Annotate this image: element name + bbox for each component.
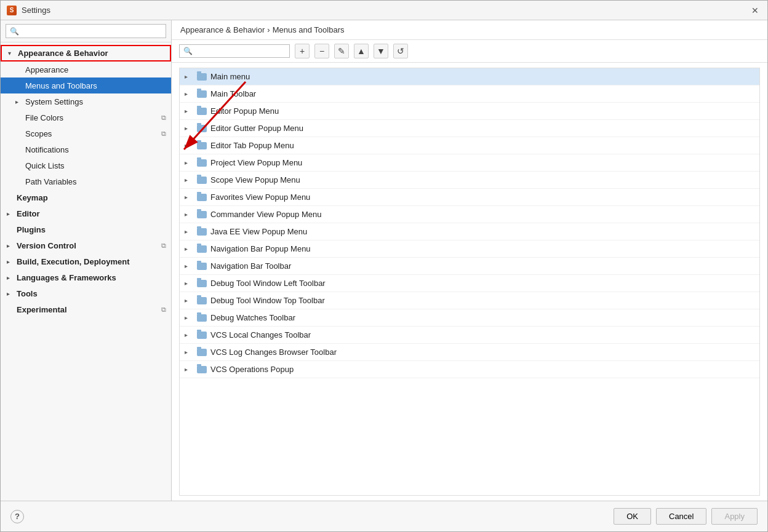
- sidebar-label-editor: Editor: [17, 209, 166, 218]
- sidebar-item-file-colors[interactable]: File Colors ⧉: [1, 109, 171, 125]
- add-button[interactable]: +: [295, 44, 310, 58]
- menu-row-debug-left[interactable]: Debug Tool Window Left Toolbar: [180, 275, 759, 292]
- menu-expand-arrow: [185, 73, 193, 80]
- menu-expand-arrow: [185, 263, 193, 269]
- menu-row-editor-gutter[interactable]: Editor Gutter Popup Menu: [180, 120, 759, 137]
- menu-row-label: Debug Tool Window Top Toolbar: [210, 296, 325, 305]
- menu-row-favorites-view[interactable]: Favorites View Popup Menu: [180, 189, 759, 206]
- sidebar-item-menus-toolbars[interactable]: Menus and Toolbars: [1, 77, 171, 93]
- apply-button[interactable]: Apply: [711, 508, 758, 525]
- menu-row-project-view[interactable]: Project View Popup Menu: [180, 154, 759, 172]
- menu-row-label: Java EE View Popup Menu: [210, 227, 307, 236]
- sidebar-item-tools[interactable]: Tools: [1, 285, 171, 301]
- copy-icon: ⧉: [161, 130, 166, 138]
- sidebar-item-version-control[interactable]: Version Control ⧉: [1, 237, 171, 253]
- menu-row-debug-top[interactable]: Debug Tool Window Top Toolbar: [180, 292, 759, 309]
- menu-row-scope-view[interactable]: Scope View Popup Menu: [180, 172, 759, 189]
- menu-row-debug-watches[interactable]: Debug Watches Toolbar: [180, 309, 759, 327]
- sidebar-label-quick-lists: Quick Lists: [25, 161, 166, 170]
- move-down-button[interactable]: ▼: [374, 44, 388, 58]
- menu-row-main-toolbar[interactable]: Main Toolbar: [180, 85, 759, 103]
- help-button[interactable]: ?: [10, 510, 24, 523]
- sidebar: 🔍 Appearance & Behavior Appearance: [1, 20, 172, 501]
- menu-expand-arrow: [185, 211, 193, 218]
- menu-row-label: VCS Local Changes Toolbar: [210, 330, 311, 339]
- edit-button[interactable]: ✎: [334, 44, 349, 58]
- sidebar-label-version-control: Version Control: [17, 241, 159, 250]
- menu-expand-arrow: [185, 228, 193, 235]
- menu-expand-arrow: [185, 125, 193, 132]
- menu-row-editor-popup[interactable]: Editor Popup Menu: [180, 103, 759, 120]
- settings-dialog: S Settings ✕ 🔍 Appearance & Behavior: [0, 0, 768, 532]
- copy-icon: ⧉: [161, 306, 166, 314]
- remove-button[interactable]: −: [314, 44, 329, 58]
- sidebar-item-keymap[interactable]: Keymap: [1, 189, 171, 205]
- menu-items-list: Main menu Main Toolbar Editor Popup Menu: [179, 68, 760, 496]
- sidebar-item-build-execution[interactable]: Build, Execution, Deployment: [1, 253, 171, 269]
- menu-row-editor-tab[interactable]: Editor Tab Popup Menu: [180, 137, 759, 154]
- sidebar-item-scopes[interactable]: Scopes ⧉: [1, 125, 171, 141]
- menu-expand-arrow: [185, 159, 193, 166]
- reset-button[interactable]: ↺: [393, 44, 408, 58]
- content-toolbar: 🔍 + − ✎ ▲ ▼ ↺: [172, 40, 767, 63]
- sidebar-label-path-variables: Path Variables: [25, 177, 166, 186]
- breadcrumb-part2: Menus and Toolbars: [273, 25, 345, 34]
- sidebar-label-keymap: Keymap: [17, 193, 166, 202]
- ok-button[interactable]: OK: [614, 508, 651, 525]
- cancel-button[interactable]: Cancel: [656, 508, 706, 525]
- sidebar-label-notifications: Notifications: [25, 145, 166, 154]
- main-panel-wrapper: Appearance & Behavior › Menus and Toolba…: [172, 20, 767, 501]
- menu-row-commander-view[interactable]: Commander View Popup Menu: [180, 206, 759, 223]
- menu-row-main-menu[interactable]: Main menu: [180, 68, 759, 85]
- sidebar-item-path-variables[interactable]: Path Variables: [1, 173, 171, 189]
- sidebar-item-plugins[interactable]: Plugins: [1, 221, 171, 237]
- folder-icon: [197, 314, 207, 322]
- sidebar-item-quick-lists[interactable]: Quick Lists: [1, 157, 171, 173]
- menu-row-java-ee-view[interactable]: Java EE View Popup Menu: [180, 223, 759, 240]
- sidebar-search-box: 🔍: [1, 20, 171, 42]
- menu-row-nav-bar-toolbar[interactable]: Navigation Bar Toolbar: [180, 258, 759, 275]
- menu-row-vcs-local[interactable]: VCS Local Changes Toolbar: [180, 327, 759, 344]
- sidebar-label-plugins: Plugins: [17, 225, 166, 234]
- folder-icon: [197, 108, 207, 115]
- content-search-input[interactable]: [195, 47, 286, 55]
- sidebar-search-input[interactable]: [22, 26, 162, 36]
- sidebar-label-languages-frameworks: Languages & Frameworks: [17, 273, 166, 282]
- breadcrumb-separator: ›: [267, 25, 270, 34]
- menu-expand-arrow: [185, 245, 193, 252]
- menu-row-nav-bar-popup[interactable]: Navigation Bar Popup Menu: [180, 240, 759, 258]
- folder-icon: [197, 177, 207, 184]
- menu-row-label: Commander View Popup Menu: [210, 210, 321, 219]
- sidebar-item-notifications[interactable]: Notifications: [1, 141, 171, 157]
- move-up-button[interactable]: ▲: [354, 44, 369, 58]
- menu-row-label: Scope View Popup Menu: [210, 175, 300, 185]
- menu-row-label: Debug Tool Window Left Toolbar: [210, 279, 326, 288]
- sidebar-item-editor[interactable]: Editor: [1, 205, 171, 221]
- menu-row-label: Navigation Bar Popup Menu: [210, 244, 311, 253]
- expand-arrow-icon: [7, 290, 17, 297]
- sidebar-item-system-settings[interactable]: System Settings: [1, 93, 171, 109]
- expand-arrow-icon: [7, 274, 17, 281]
- menu-expand-arrow: [185, 297, 193, 304]
- window-title: Settings: [22, 6, 50, 15]
- menu-row-vcs-log[interactable]: VCS Log Changes Browser Toolbar: [180, 344, 759, 361]
- menu-row-label: Navigation Bar Toolbar: [210, 261, 291, 271]
- sidebar-item-experimental[interactable]: Experimental ⧉: [1, 301, 171, 317]
- content-search-wrap[interactable]: 🔍: [179, 44, 290, 58]
- menu-row-label: Favorites View Popup Menu: [210, 193, 310, 202]
- sidebar-item-appearance[interactable]: Appearance: [1, 62, 171, 77]
- sidebar-search-wrap[interactable]: 🔍: [6, 24, 166, 38]
- menu-expand-arrow: [185, 332, 193, 338]
- menu-row-vcs-operations[interactable]: VCS Operations Popup: [180, 361, 759, 378]
- menu-expand-arrow: [185, 366, 193, 373]
- menu-row-label: Editor Tab Popup Menu: [210, 141, 294, 150]
- sidebar-tree: Appearance & Behavior Appearance Menus a…: [1, 42, 171, 501]
- sidebar-item-appearance-behavior[interactable]: Appearance & Behavior: [1, 45, 171, 62]
- menu-expand-arrow: [185, 177, 193, 183]
- sidebar-item-languages-frameworks[interactable]: Languages & Frameworks: [1, 269, 171, 285]
- close-button[interactable]: ✕: [749, 4, 761, 17]
- folder-icon: [197, 245, 207, 253]
- sidebar-label-scopes: Scopes: [25, 129, 159, 138]
- expand-arrow-icon: [8, 50, 18, 57]
- title-bar-left: S Settings: [7, 6, 50, 15]
